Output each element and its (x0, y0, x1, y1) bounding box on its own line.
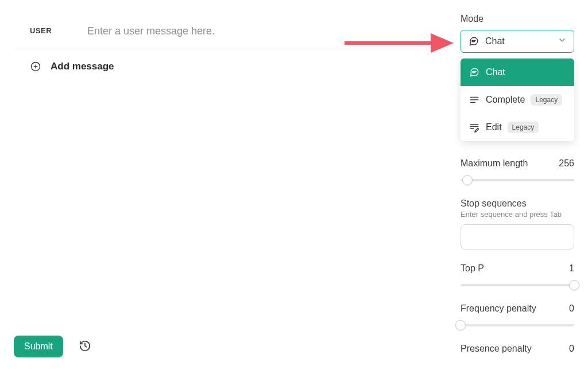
user-message-input[interactable] (87, 24, 441, 38)
mode-option-complete[interactable]: Complete Legacy (461, 86, 574, 114)
mode-option-edit[interactable]: Edit Legacy (461, 114, 574, 141)
mode-option-chat[interactable]: Chat (461, 59, 574, 86)
history-button[interactable] (75, 336, 95, 357)
mode-option-label: Complete (486, 95, 525, 105)
param-presence-penalty: Presence penalty 0 (461, 344, 574, 354)
mode-select-wrap: Chat Chat (461, 30, 574, 53)
history-icon (79, 340, 91, 354)
mode-option-label: Chat (486, 67, 505, 77)
param-top-p: Top P 1 (461, 263, 574, 290)
add-message-button[interactable]: Add message (14, 49, 447, 83)
chat-pane: USER Add message Submit (0, 0, 461, 370)
param-stop-sequences: Stop sequences Enter sequence and press … (461, 198, 574, 250)
param-label: Presence penalty (461, 344, 532, 354)
param-value: 0 (569, 344, 574, 354)
param-value: 256 (559, 158, 574, 169)
param-label: Top P (461, 263, 484, 274)
param-value: 0 (569, 303, 574, 314)
frequency-penalty-slider[interactable] (461, 321, 574, 330)
role-label: USER (30, 24, 69, 35)
max-length-slider[interactable] (461, 176, 574, 185)
mode-selected-label: Chat (485, 36, 552, 46)
submit-button[interactable]: Submit (14, 336, 63, 357)
legacy-badge: Legacy (508, 122, 539, 133)
settings-pane: Mode Chat (461, 0, 588, 370)
mode-dropdown: Chat Complete Legacy (461, 59, 574, 141)
param-label: Maximum length (461, 158, 528, 169)
chat-icon (468, 36, 479, 47)
top-p-slider[interactable] (461, 281, 574, 290)
plus-circle-icon (30, 61, 41, 72)
param-value: 1 (569, 263, 574, 274)
mode-select[interactable]: Chat (461, 30, 574, 53)
param-label: Stop sequences (461, 198, 574, 209)
chevron-down-icon (558, 36, 567, 47)
mode-label: Mode (461, 14, 574, 24)
stop-sequences-input[interactable] (461, 224, 574, 250)
complete-icon (469, 94, 480, 106)
param-hint: Enter sequence and press Tab (461, 210, 574, 219)
param-frequency-penalty: Frequency penalty 0 (461, 303, 574, 330)
param-label: Frequency penalty (461, 303, 536, 314)
add-message-label: Add message (51, 61, 114, 72)
chat-icon (469, 67, 480, 78)
message-row: USER (14, 14, 447, 49)
footer-controls: Submit (14, 336, 95, 357)
mode-option-label: Edit (486, 122, 502, 133)
param-max-length: Maximum length 256 (461, 158, 574, 185)
edit-icon (469, 122, 480, 133)
legacy-badge: Legacy (531, 94, 562, 106)
